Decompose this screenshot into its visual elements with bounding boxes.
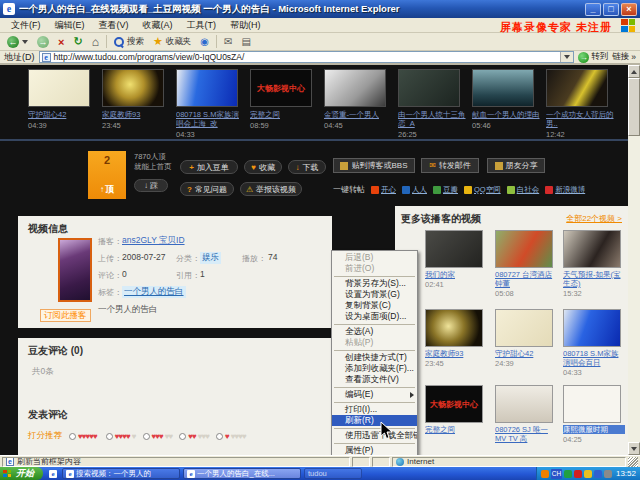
start-button[interactable]: 开始: [0, 467, 43, 480]
subscribe-link[interactable]: 订阅此播客: [40, 309, 91, 322]
strip-video-item[interactable]: 一个成功女人背后的男.. 12:42: [546, 69, 614, 139]
share-friends-button[interactable]: 朋友分享: [487, 158, 545, 173]
video-title-link[interactable]: 完整之间: [425, 425, 487, 434]
share-site-qzone[interactable]: QQ空间: [464, 185, 501, 195]
tray-icon[interactable]: [564, 470, 572, 478]
menu-item-save-background[interactable]: 背景另存为(S)...: [332, 278, 417, 289]
scroll-up-button[interactable]: [628, 65, 640, 78]
strip-video-item[interactable]: 献血一个男人的理由 05:46: [472, 69, 540, 130]
video-thumbnail[interactable]: 大畅影视中心: [250, 69, 312, 107]
video-title-link[interactable]: 家庭教师93: [425, 349, 487, 358]
video-thumbnail[interactable]: [563, 230, 621, 268]
back-button[interactable]: ←: [4, 34, 31, 49]
share-site-baishehui[interactable]: 白社会: [507, 185, 540, 195]
video-thumbnail[interactable]: [546, 69, 608, 107]
category-link[interactable]: 娱乐: [200, 252, 221, 264]
video-thumbnail[interactable]: [563, 385, 621, 423]
strip-video-item[interactable]: 金贤重-一个男人 04:45: [324, 69, 392, 130]
tray-icon[interactable]: [594, 470, 602, 478]
grid-video-item[interactable]: 我们的家 02:41: [425, 230, 487, 289]
share-site-weibo[interactable]: 新浪微博: [545, 185, 585, 195]
video-thumbnail[interactable]: [324, 69, 386, 107]
faq-button[interactable]: ? 常见问题: [180, 182, 234, 196]
download-button[interactable]: ↓ 下载: [288, 160, 326, 174]
forward-mail-button[interactable]: ✉ 转发邮件: [421, 158, 479, 173]
go-button[interactable]: → 转到: [578, 51, 608, 63]
favorite-button[interactable]: ♥ 收藏: [244, 160, 282, 174]
video-title-link[interactable]: 天气预报-如果(宝生态): [563, 270, 625, 288]
radio-icon[interactable]: [69, 433, 76, 440]
grid-video-item[interactable]: 080727 台湾酒店 钟董 05:08: [495, 230, 557, 298]
share-site-kaixin[interactable]: 开心: [371, 185, 396, 195]
video-thumbnail[interactable]: [472, 69, 534, 107]
minimize-button[interactable]: _: [585, 3, 601, 16]
search-button[interactable]: 搜索: [111, 34, 147, 49]
forward-button[interactable]: →: [34, 34, 52, 49]
video-title-link[interactable]: 由一个男人统十三角恋_A: [398, 110, 466, 128]
language-indicator[interactable]: CH: [551, 469, 562, 479]
share-site-douban[interactable]: 豆瓣: [433, 185, 458, 195]
tray-icon[interactable]: [574, 470, 582, 478]
video-title-link[interactable]: 080718 S.M家族演唱会上海_改: [176, 110, 244, 128]
grid-video-item[interactable]: 守护甜心42 24:39: [495, 309, 557, 368]
menu-item-properties[interactable]: 属性(P): [332, 445, 417, 455]
video-thumbnail[interactable]: [176, 69, 238, 107]
rating-option-4[interactable]: ♥♥♥♥♥: [106, 432, 136, 441]
resize-grip[interactable]: [628, 457, 638, 467]
rating-option-3[interactable]: ♥♥♥♥♥: [143, 432, 173, 441]
add-to-playlist-button[interactable]: + 加入豆单: [180, 160, 238, 174]
rating-option-2[interactable]: ♥♥♥♥♥: [179, 432, 209, 441]
strip-video-item[interactable]: 家庭教师93 23:45: [102, 69, 170, 130]
video-title-link[interactable]: 守护甜心42: [495, 349, 557, 358]
video-title-link[interactable]: 我们的家: [425, 270, 487, 279]
menu-item-encoding[interactable]: 编码(E): [332, 389, 417, 400]
scroll-down-button[interactable]: [628, 442, 640, 455]
report-button[interactable]: ⚠ 举报该视频: [240, 182, 302, 196]
links-button[interactable]: 链接 »: [612, 51, 636, 63]
video-title-link[interactable]: 080718 S.M家族演唱会百日: [563, 349, 625, 367]
video-title-link[interactable]: 完整之间: [250, 110, 318, 119]
grid-video-item[interactable]: 天气预报-如果(宝生态) 15:32: [563, 230, 625, 298]
home-button[interactable]: ⌂: [89, 34, 102, 49]
video-thumbnail[interactable]: [563, 309, 621, 347]
address-dropdown-button[interactable]: [560, 52, 573, 63]
video-title-link[interactable]: 080726 SJ 唯一 MV TV 高: [495, 425, 557, 443]
radio-icon[interactable]: [143, 433, 150, 440]
video-thumbnail[interactable]: 大畅影视中心: [425, 385, 483, 423]
video-thumbnail[interactable]: [495, 230, 553, 268]
radio-icon[interactable]: [179, 433, 186, 440]
stop-button[interactable]: ×: [55, 34, 67, 49]
video-thumbnail[interactable]: [102, 69, 164, 107]
taskbar-task-search[interactable]: e搜索视频：一个男人的: [62, 468, 180, 479]
strip-video-item[interactable]: 由一个男人统十三角恋_A 26:25: [398, 69, 466, 139]
menu-tools[interactable]: 工具(T): [180, 19, 224, 32]
rating-option-1[interactable]: ♥♥♥♥♥: [216, 432, 246, 441]
menu-item-add-to-favorites[interactable]: 添加到收藏夹(F)...: [332, 363, 417, 374]
grid-video-item[interactable]: 080726 SJ 唯一 MV TV 高: [495, 385, 557, 444]
video-thumbnail[interactable]: [28, 69, 90, 107]
tag-link[interactable]: 一个男人的告白: [122, 286, 186, 298]
video-title-link[interactable]: 一个成功女人背后的男..: [546, 110, 614, 128]
video-thumbnail[interactable]: [495, 385, 553, 423]
radio-icon[interactable]: [106, 433, 113, 440]
refresh-button[interactable]: ↻: [70, 34, 85, 49]
menu-file[interactable]: 文件(F): [4, 19, 48, 32]
menu-help[interactable]: 帮助(H): [223, 19, 268, 32]
favorites-button[interactable]: ★收藏夹: [150, 34, 194, 49]
menu-item-select-all[interactable]: 全选(A): [332, 326, 417, 337]
strip-video-item[interactable]: 大畅影视中心 完整之间 08:59: [250, 69, 318, 130]
grid-video-item[interactable]: 康熙微服时期 04:25: [563, 385, 625, 444]
close-button[interactable]: ×: [621, 3, 637, 16]
radio-icon[interactable]: [216, 433, 223, 440]
tray-icon[interactable]: [541, 470, 549, 478]
menu-favorites[interactable]: 收藏(A): [136, 19, 180, 32]
menu-view[interactable]: 查看(V): [92, 19, 136, 32]
podcaster-avatar[interactable]: [58, 238, 92, 302]
post-to-blog-button[interactable]: 贴到博客或BBS: [333, 158, 415, 173]
address-input[interactable]: e http://www.tudou.com/programs/view/0-I…: [39, 51, 575, 63]
taskbar-task-other[interactable]: tudou: [304, 468, 362, 479]
bury-button[interactable]: ↓ 踩: [134, 179, 168, 192]
video-thumbnail[interactable]: [495, 309, 553, 347]
menu-item-view-source[interactable]: 查看源文件(V): [332, 374, 417, 385]
video-title-link[interactable]: 080727 台湾酒店 钟董: [495, 270, 557, 288]
